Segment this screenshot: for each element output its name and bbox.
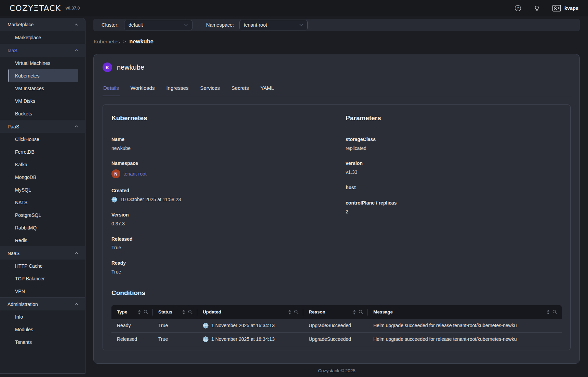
conditions-header-row: TypeStatusUpdatedReasonMessage xyxy=(111,305,562,319)
detail-field-namespace: NamespaceNtenant-root xyxy=(111,160,346,178)
sidebar-item-kubernetes[interactable]: Kubernetes xyxy=(8,69,78,82)
sidebar-item-marketplace[interactable]: Marketplace xyxy=(8,31,78,44)
tab-services[interactable]: Services xyxy=(200,82,221,96)
svg-text:?: ? xyxy=(517,6,519,10)
cell-updated-text: 1 November 2025 at 16:34:13 xyxy=(211,336,275,342)
tab-secrets[interactable]: Secrets xyxy=(231,82,250,96)
sidebar-item-rabbitmq[interactable]: RabbitMQ xyxy=(8,221,78,234)
detail-field-name: Namenewkube xyxy=(111,137,346,151)
sidebar-item-redis[interactable]: Redis xyxy=(8,234,78,247)
field-value: v1.33 xyxy=(346,169,562,175)
detail-field-controlplane-replicas: controlPlane / replicas2 xyxy=(346,200,562,215)
table-row[interactable]: ReadyTrue1 November 2025 at 16:34:13Upgr… xyxy=(111,319,562,333)
sidebar-item-vm-disks[interactable]: VM Disks xyxy=(8,95,78,107)
sidebar-section-iaas[interactable]: IaaS xyxy=(0,44,85,57)
topbar-actions: ? kvaps xyxy=(514,5,578,12)
column-header-controls xyxy=(350,310,363,315)
sidebar-item-nats[interactable]: NATS xyxy=(8,196,78,209)
column-header-reason[interactable]: Reason xyxy=(303,305,368,319)
column-header-updated[interactable]: Updated xyxy=(197,305,303,319)
sidebar-item-vm-instances[interactable]: VM Instances xyxy=(8,82,78,95)
sidebar-item-tenants[interactable]: Tenants xyxy=(8,336,78,348)
namespace-select[interactable]: tenant-root xyxy=(239,20,308,30)
footer-copyright: Cozystack © 2025 xyxy=(85,368,588,373)
search-icon[interactable] xyxy=(359,310,363,314)
sidebar-item-tcp-balancer[interactable]: TCP Balancer xyxy=(8,272,78,285)
details-column-left: Kubernetes NamenewkubeNamespaceNtenant-r… xyxy=(111,114,346,284)
column-header-label: Message xyxy=(373,309,393,315)
sidebar-item-vpn[interactable]: VPN xyxy=(8,285,78,297)
detail-field-created: Created10 October 2025 at 11:58:23 xyxy=(111,188,346,203)
sidebar-item-clickhouse[interactable]: ClickHouse xyxy=(8,133,78,145)
tab-ingresses[interactable]: Ingresses xyxy=(165,82,189,96)
search-icon[interactable] xyxy=(144,310,148,314)
sidebar-item-label: Marketplace xyxy=(15,35,41,40)
field-label: Created xyxy=(111,188,346,194)
column-header-status[interactable]: Status xyxy=(153,305,197,319)
column-header-type[interactable]: Type xyxy=(111,305,153,319)
help-icon: ? xyxy=(514,5,521,12)
sidebar-item-label: ClickHouse xyxy=(15,137,39,142)
page-title: newkube xyxy=(117,64,144,71)
tab-yaml[interactable]: YAML xyxy=(260,82,275,96)
conditions-title: Conditions xyxy=(111,289,562,297)
search-icon[interactable] xyxy=(294,310,298,314)
details-right-title: Parameters xyxy=(346,114,562,122)
cluster-select[interactable]: default xyxy=(124,20,192,30)
sidebar-section-marketplace[interactable]: Marketplace xyxy=(0,18,85,31)
sidebar-item-mongodb[interactable]: MongoDB xyxy=(8,171,78,183)
sidebar-item-modules[interactable]: Modules xyxy=(8,323,78,336)
app-logo[interactable]: COZYΞTACK xyxy=(10,4,61,13)
sort-icon[interactable] xyxy=(288,310,291,315)
breadcrumb-parent-link[interactable]: Kubernetes xyxy=(94,39,120,44)
sidebar-item-label: PostgreSQL xyxy=(15,212,41,218)
sort-icon[interactable] xyxy=(182,310,185,315)
sort-icon[interactable] xyxy=(353,310,356,315)
table-row[interactable]: ReleasedTrue1 November 2025 at 16:34:13U… xyxy=(111,333,562,346)
tab-details[interactable]: Details xyxy=(103,82,120,96)
sidebar-item-mysql[interactable]: MySQL xyxy=(8,183,78,196)
datetime-value: 10 October 2025 at 11:58:23 xyxy=(111,197,346,203)
sidebar-item-label: MySQL xyxy=(15,187,31,193)
field-value: replicated xyxy=(346,145,562,151)
sort-icon[interactable] xyxy=(547,310,550,315)
context-bar: Cluster: default Namespace: tenant-root xyxy=(93,19,580,31)
sidebar-item-label: NATS xyxy=(15,200,27,205)
sidebar-item-label: VPN xyxy=(15,289,25,294)
sidebar-item-info[interactable]: Info xyxy=(8,310,78,323)
resource-card: K newkube DetailsWorkloadsIngressesServi… xyxy=(93,54,580,364)
sidebar-item-label: Info xyxy=(15,314,23,320)
details-fields-right: storageClassreplicatedversionv1.33hostco… xyxy=(346,137,562,215)
search-icon[interactable] xyxy=(188,310,192,314)
sidebar-item-buckets[interactable]: Buckets xyxy=(8,107,78,120)
tab-workloads[interactable]: Workloads xyxy=(130,82,156,96)
sidebar-section-naas[interactable]: NaaS xyxy=(0,247,85,260)
conditions-table: TypeStatusUpdatedReasonMessage ReadyTrue… xyxy=(111,305,562,346)
sort-icon[interactable] xyxy=(138,310,141,315)
sidebar-item-ferretdb[interactable]: FerretDB xyxy=(8,145,78,158)
sidebar-item-http-cache[interactable]: HTTP Cache xyxy=(8,260,78,272)
sidebar-section-administration[interactable]: Administration xyxy=(0,297,85,310)
field-label: Released xyxy=(111,236,346,242)
tab-bar: DetailsWorkloadsIngressesServicesSecrets… xyxy=(103,82,571,96)
kubernetes-badge-icon: K xyxy=(103,62,112,72)
sidebar-item-kafka[interactable]: Kafka xyxy=(8,158,78,171)
detail-field-version: versionv1.33 xyxy=(346,160,562,175)
user-menu[interactable]: kvaps xyxy=(552,5,578,12)
sidebar-section-paas[interactable]: PaaS xyxy=(0,120,85,133)
hint-button[interactable] xyxy=(534,5,540,12)
globe-icon xyxy=(203,323,209,329)
cell-status: True xyxy=(153,336,197,342)
search-icon[interactable] xyxy=(552,310,557,314)
field-label: Namespace xyxy=(111,160,346,166)
column-header-label: Updated xyxy=(203,309,221,315)
sidebar-item-postgresql[interactable]: PostgreSQL xyxy=(8,209,78,221)
lightbulb-icon xyxy=(534,5,540,12)
sidebar-item-virtual-machines[interactable]: Virtual Machines xyxy=(8,57,78,69)
help-button[interactable]: ? xyxy=(514,5,521,12)
cell-message: Helm upgrade succeeded for release tenan… xyxy=(368,336,562,342)
cell-status-text: True xyxy=(158,336,168,342)
sidebar-item-label: MongoDB xyxy=(15,174,36,180)
namespace-link[interactable]: tenant-root xyxy=(123,171,147,177)
column-header-message[interactable]: Message xyxy=(368,305,562,319)
